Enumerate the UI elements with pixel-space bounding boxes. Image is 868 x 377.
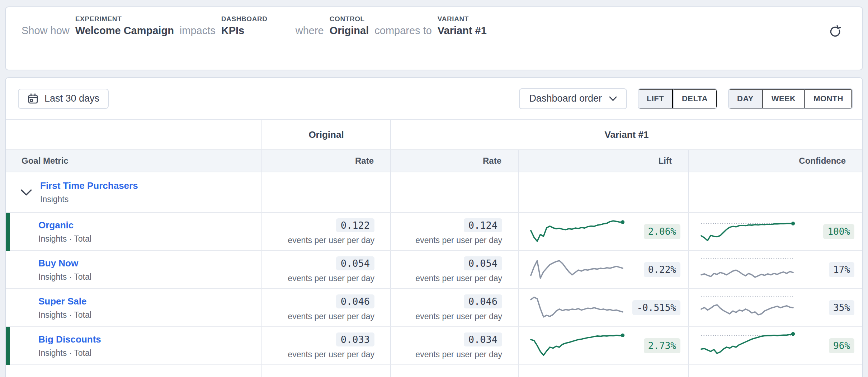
- date-range-button[interactable]: Last 30 days: [18, 89, 109, 109]
- sentence-show-how: Show how: [22, 24, 70, 37]
- parent-metric-subtitle: Insights: [40, 195, 138, 204]
- column-header-row: Goal Metric Rate Rate Lift Confidence: [6, 150, 862, 172]
- confidence-sparkline: [699, 254, 795, 282]
- mode-toggle: LIFT DELTA: [638, 88, 717, 109]
- confidence-value: 100%: [823, 224, 854, 239]
- dashboard-label: DASHBOARD: [221, 15, 268, 23]
- variant-label: VARIANT: [438, 15, 487, 23]
- lift-sparkline: [529, 216, 625, 244]
- metric-subtitle: Insights · Total: [38, 348, 101, 358]
- mode-toggle-lift[interactable]: LIFT: [638, 89, 673, 108]
- rate-unit: events per user per day: [288, 236, 374, 245]
- lift-value: 0.22%: [644, 262, 680, 277]
- control-label: CONTROL: [330, 15, 369, 23]
- experiment-label: EXPERIMENT: [75, 15, 174, 23]
- experiment-header-panel: Show how EXPERIMENT Welcome Campaign imp…: [5, 6, 863, 70]
- rate-unit: events per user per day: [415, 350, 502, 359]
- granularity-week[interactable]: WEEK: [763, 89, 805, 108]
- rate-unit: events per user per day: [415, 312, 502, 321]
- variant-rate-value: 0.054: [464, 256, 502, 270]
- chevron-down-icon: [609, 96, 617, 101]
- confidence-sparkline: [699, 292, 795, 320]
- rate-unit: events per user per day: [288, 350, 374, 359]
- confidence-sparkline: [699, 330, 795, 358]
- control-group-header: Original: [308, 129, 344, 140]
- table-row-parent: First Time Purchasers Insights: [6, 172, 862, 213]
- variant-rate-value: 0.046: [464, 294, 502, 308]
- dashboard-order-dropdown[interactable]: Dashboard order: [519, 88, 627, 109]
- control-selector[interactable]: CONTROL Original: [330, 15, 369, 37]
- table-row-partial: [6, 365, 862, 377]
- refresh-button[interactable]: [828, 24, 842, 39]
- control-rate-value: 0.033: [336, 332, 374, 346]
- dashboard-selector[interactable]: DASHBOARD KPIs: [221, 15, 268, 37]
- col-confidence: Confidence: [689, 150, 862, 172]
- date-range-label: Last 30 days: [44, 93, 99, 104]
- metrics-table: Original Variant #1 Goal Metric Rate Rat…: [6, 119, 862, 377]
- variant-selector[interactable]: VARIANT Variant #1: [438, 15, 487, 37]
- rate-unit: events per user per day: [415, 274, 502, 283]
- metric-subtitle: Insights · Total: [38, 234, 91, 244]
- dashboard-order-label: Dashboard order: [529, 93, 602, 104]
- confidence-value: 17%: [829, 262, 854, 277]
- col-variant-rate: Rate: [391, 150, 519, 172]
- col-control-rate: Rate: [262, 150, 391, 172]
- variant-group-header: Variant #1: [605, 129, 649, 140]
- control-rate-value: 0.046: [336, 294, 374, 308]
- table-row: Buy Now Insights · Total 0.054 events pe…: [6, 251, 862, 289]
- toolbar: Last 30 days Dashboard order LIFT DELTA …: [6, 78, 862, 119]
- experiment-selector[interactable]: EXPERIMENT Welcome Campaign: [75, 15, 174, 37]
- col-lift: Lift: [519, 150, 689, 172]
- rate-unit: events per user per day: [288, 312, 374, 321]
- granularity-day[interactable]: DAY: [729, 89, 763, 108]
- significance-strip: [6, 327, 10, 365]
- granularity-month[interactable]: MONTH: [805, 89, 852, 108]
- report-panel: Last 30 days Dashboard order LIFT DELTA …: [5, 77, 863, 377]
- confidence-value: 96%: [829, 338, 854, 353]
- dashboard-value[interactable]: KPIs: [221, 24, 268, 37]
- lift-sparkline: [529, 330, 625, 358]
- lift-sparkline: [529, 292, 625, 320]
- variant-group-header-row: Original Variant #1: [6, 120, 862, 150]
- control-rate-value: 0.122: [336, 218, 374, 232]
- metric-subtitle: Insights · Total: [38, 310, 91, 320]
- mode-toggle-delta[interactable]: DELTA: [673, 89, 717, 108]
- experiment-value[interactable]: Welcome Campaign: [75, 24, 174, 37]
- sentence-where: where: [296, 24, 324, 37]
- lift-sparkline: [529, 254, 625, 282]
- metric-link[interactable]: Organic: [38, 220, 91, 231]
- metric-subtitle: Insights · Total: [38, 272, 91, 282]
- variant-value[interactable]: Variant #1: [438, 24, 487, 37]
- control-rate-value: 0.054: [336, 256, 374, 270]
- metric-link[interactable]: Super Sale: [38, 296, 91, 307]
- rate-unit: events per user per day: [415, 236, 502, 245]
- significance-strip: [6, 213, 10, 251]
- calendar-icon: [27, 93, 39, 104]
- variant-rate-value: 0.034: [464, 332, 502, 346]
- sentence-compares-to: compares to: [374, 24, 432, 37]
- confidence-sparkline: [699, 216, 795, 244]
- variant-rate-value: 0.124: [464, 218, 502, 232]
- lift-value: -0.515%: [632, 300, 680, 315]
- sentence-impacts: impacts: [180, 24, 216, 37]
- refresh-icon: [828, 24, 842, 39]
- lift-value: 2.73%: [644, 338, 680, 353]
- metric-link[interactable]: Big Discounts: [38, 334, 101, 345]
- rate-unit: events per user per day: [288, 274, 374, 283]
- metric-link[interactable]: Buy Now: [38, 258, 91, 269]
- control-value[interactable]: Original: [330, 24, 369, 37]
- table-row: Big Discounts Insights · Total 0.033 eve…: [6, 327, 862, 365]
- col-goal-metric: Goal Metric: [6, 150, 262, 172]
- confidence-value: 35%: [829, 300, 854, 315]
- collapse-chevron-icon[interactable]: [20, 188, 32, 197]
- parent-metric-link[interactable]: First Time Purchasers: [40, 180, 138, 191]
- granularity-toggle: DAY WEEK MONTH: [728, 88, 853, 109]
- lift-value: 2.06%: [644, 224, 680, 239]
- experiment-sentence: Show how EXPERIMENT Welcome Campaign imp…: [22, 15, 487, 37]
- table-row: Organic Insights · Total 0.122 events pe…: [6, 213, 862, 251]
- table-row: Super Sale Insights · Total 0.046 events…: [6, 289, 862, 327]
